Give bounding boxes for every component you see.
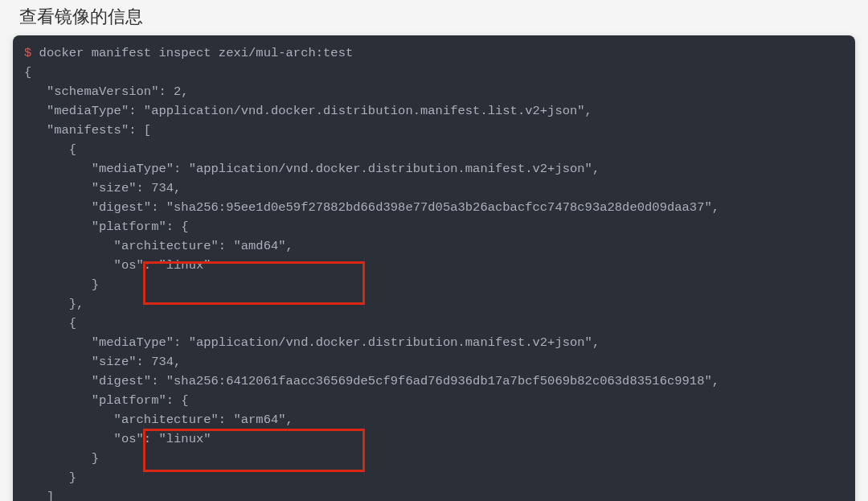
output-line: "architecture": "amd64", xyxy=(24,239,293,253)
output-line: ] xyxy=(24,490,54,501)
output-line: "architecture": "arm64", xyxy=(24,413,293,427)
output-line: { xyxy=(24,316,76,331)
output-line: "schemaVersion": 2, xyxy=(24,84,189,99)
output-line: "mediaType": "application/vnd.docker.dis… xyxy=(24,162,600,176)
output-line: { xyxy=(24,65,31,80)
output-line: "size": 734, xyxy=(24,355,181,369)
terminal: $ docker manifest inspect zexi/mul-arch:… xyxy=(13,35,855,501)
prompt-symbol: $ xyxy=(24,46,31,60)
output-line: } xyxy=(24,277,99,292)
output-line: }, xyxy=(24,297,84,311)
section-title: 查看镜像的信息 xyxy=(0,0,868,35)
output-line: "digest": "sha256:6412061faacc36569de5cf… xyxy=(24,374,719,388)
terminal-output: $ docker manifest inspect zexi/mul-arch:… xyxy=(24,43,844,501)
output-line: "mediaType": "application/vnd.docker.dis… xyxy=(24,335,600,350)
output-line: "digest": "sha256:95ee1d0e59f27882bd66d3… xyxy=(24,200,719,215)
output-line: "platform": { xyxy=(24,393,189,408)
output-line: } xyxy=(24,451,99,466)
output-line: "size": 734, xyxy=(24,181,181,195)
command-text: docker manifest inspect zexi/mul-arch:te… xyxy=(31,46,353,60)
output-line: "mediaType": "application/vnd.docker.dis… xyxy=(24,104,592,118)
terminal-container: $ docker manifest inspect zexi/mul-arch:… xyxy=(13,35,855,501)
output-line: "manifests": [ xyxy=(24,123,151,138)
output-line: "platform": { xyxy=(24,220,189,234)
output-line: "os": "linux" xyxy=(24,432,211,446)
output-line: "os": "linux" xyxy=(24,258,211,273)
output-line: } xyxy=(24,470,76,485)
output-line: { xyxy=(24,142,76,157)
